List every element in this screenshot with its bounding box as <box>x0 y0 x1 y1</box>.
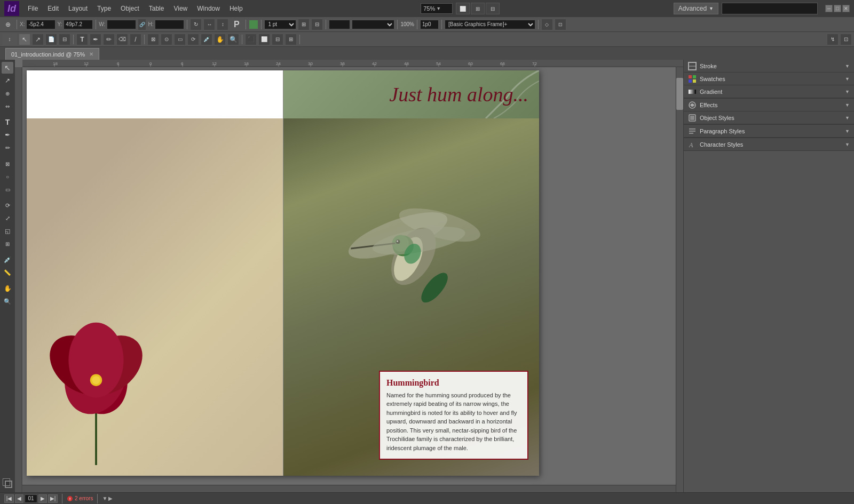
presentation-btn[interactable]: ⬜ <box>258 34 270 45</box>
page-number-input[interactable] <box>25 494 37 503</box>
transform-tool[interactable]: ⟳ <box>187 34 199 45</box>
distribute-h-btn[interactable]: ⊞ <box>298 19 310 30</box>
h-input[interactable] <box>155 20 184 29</box>
preview-mode-btn[interactable]: ⬛ <box>245 34 257 45</box>
preflight-btn[interactable]: ⊡ <box>840 34 852 45</box>
pencil-tool[interactable]: ✏ <box>103 34 115 45</box>
menu-type[interactable]: Type <box>93 3 115 14</box>
free-transform-left[interactable]: ⊞ <box>2 238 13 250</box>
last-page-btn[interactable]: ▶| <box>48 494 58 503</box>
text-tool[interactable]: T <box>76 34 88 45</box>
selection-tool[interactable]: ↖ <box>19 34 30 45</box>
stroke-type-select[interactable] <box>352 20 394 29</box>
gradient-panel-header[interactable]: Gradient ▼ <box>684 85 854 98</box>
shear-left[interactable]: ◱ <box>2 225 13 237</box>
character-styles-panel-header[interactable]: A Character Styles ▼ <box>684 138 854 151</box>
pen-tool[interactable]: ✒ <box>90 34 101 45</box>
menu-help[interactable]: Help <box>225 3 247 14</box>
preflight-arrow[interactable]: ▼ <box>102 495 107 501</box>
text-tool-left[interactable]: T <box>2 116 13 128</box>
effects-panel-header[interactable]: Effects ▼ <box>684 99 854 111</box>
paragraph-styles-panel-header[interactable]: Paragraph Styles ▼ <box>684 125 854 138</box>
w-input[interactable] <box>107 20 136 29</box>
menu-table[interactable]: Table <box>145 3 169 14</box>
zoom-tool[interactable]: 🔍 <box>227 34 239 45</box>
direct-select-left[interactable]: ↗ <box>2 75 13 86</box>
minimize-button[interactable]: ─ <box>825 5 833 12</box>
rect-tool[interactable]: ▭ <box>174 34 186 45</box>
panel-options-btn[interactable]: ⊟ <box>486 3 500 14</box>
menu-edit[interactable]: Edit <box>43 3 63 14</box>
corner-options-btn[interactable]: ◇ <box>541 19 553 30</box>
line-tool[interactable]: / <box>130 34 141 45</box>
menu-window[interactable]: Window <box>193 3 224 14</box>
pen-tool-left[interactable]: ✒ <box>2 129 13 141</box>
frame-type-select[interactable]: [Basic Graphics Frame]+ <box>445 20 535 29</box>
menu-layout[interactable]: Layout <box>64 3 92 14</box>
slug-mode-btn[interactable]: ⊟ <box>272 34 283 45</box>
preflight-toggle[interactable]: ▶ <box>108 495 113 501</box>
rect-frame-tool[interactable]: ⊠ <box>147 34 159 45</box>
gap-tool[interactable]: ⊟ <box>59 34 70 45</box>
hand-tool[interactable]: ✋ <box>214 34 226 45</box>
y-input[interactable] <box>64 20 93 29</box>
swatches-panel-header[interactable]: Swatches ▼ <box>684 73 854 85</box>
close-button[interactable]: ✕ <box>842 5 850 12</box>
screen-mode-btn[interactable]: ⬜ <box>456 3 470 14</box>
stroke-panel-header[interactable]: Stroke ▼ <box>684 60 854 73</box>
distribute-v-btn[interactable]: ⊟ <box>311 19 323 30</box>
stroke-amount-input[interactable] <box>420 20 439 29</box>
errors-indicator[interactable]: ! 2 errors <box>67 495 93 502</box>
bleed-mode-btn[interactable]: ⊞ <box>285 34 297 45</box>
tab-close-btn[interactable]: ✕ <box>89 51 93 57</box>
scale-left[interactable]: ⤢ <box>2 212 13 224</box>
svg-rect-67 <box>690 116 694 120</box>
flip-h-btn[interactable]: ↔ <box>203 19 215 30</box>
search-input[interactable] <box>722 3 818 14</box>
hand-left[interactable]: ✋ <box>2 283 13 294</box>
swatches-panel-arrow: ▼ <box>845 76 850 82</box>
stroke-box[interactable] <box>5 481 12 488</box>
measure-left[interactable]: 📏 <box>2 267 13 278</box>
lock-proportions-btn[interactable]: 🔗 <box>138 19 146 30</box>
direct-select-tool[interactable]: ↗ <box>32 34 44 45</box>
stroke-style-box[interactable] <box>329 20 350 29</box>
advanced-button[interactable]: Advanced ▼ <box>674 3 718 14</box>
scrollbar-thumb-v[interactable] <box>676 78 683 110</box>
ellipse-frame-tool[interactable]: ⊙ <box>161 34 172 45</box>
canvas-scrollbar-h[interactable] <box>22 485 676 492</box>
gap-tool-left[interactable]: ⇔ <box>2 100 13 112</box>
stroke-weight-select[interactable]: 1 pt <box>264 20 296 29</box>
swatches-panel: Swatches ▼ <box>684 73 854 85</box>
zoom-dropdown[interactable]: 75% ▼ <box>421 3 453 14</box>
prev-page-btn[interactable]: ◀ <box>15 494 23 503</box>
rect-left[interactable]: ▭ <box>2 183 13 195</box>
view-options-btn[interactable]: ⊞ <box>471 3 485 14</box>
document-tab[interactable]: 01_introduction.indd @ 75% ✕ <box>5 48 99 60</box>
menu-object[interactable]: Object <box>116 3 144 14</box>
first-page-btn[interactable]: |◀ <box>4 494 14 503</box>
rect-frame-left[interactable]: ⊠ <box>2 158 13 170</box>
canvas-scrollbar-v[interactable] <box>676 67 683 492</box>
anchor-tool-left[interactable]: ⊕ <box>2 87 13 99</box>
erase-tool[interactable]: ⌫ <box>116 34 128 45</box>
maximize-button[interactable]: □ <box>834 5 841 12</box>
menu-file[interactable]: File <box>23 3 42 14</box>
ellipse-left[interactable]: ○ <box>2 171 13 182</box>
menu-view[interactable]: View <box>169 3 192 14</box>
rotate-left[interactable]: ⟳ <box>2 199 13 211</box>
pencil-tool-left[interactable]: ✏ <box>2 142 13 154</box>
sync-btn[interactable]: ↯ <box>827 34 839 45</box>
next-page-btn[interactable]: ▶ <box>38 494 47 503</box>
x-input[interactable] <box>26 20 56 29</box>
eyedropper-left[interactable]: 💉 <box>2 254 13 266</box>
eyedropper-tool[interactable]: 💉 <box>201 34 212 45</box>
zoom-left[interactable]: 🔍 <box>2 295 13 307</box>
object-styles-panel-header[interactable]: Object Styles ▼ <box>684 111 854 124</box>
fill-color-swatch[interactable] <box>249 20 258 29</box>
flip-v-btn[interactable]: ↕ <box>217 19 228 30</box>
select-tool-left[interactable]: ↖ <box>2 62 13 74</box>
rotate-btn[interactable]: ↻ <box>190 19 202 30</box>
page-tool[interactable]: 📄 <box>45 34 57 45</box>
text-wrap-btn[interactable]: ⊡ <box>555 19 566 30</box>
